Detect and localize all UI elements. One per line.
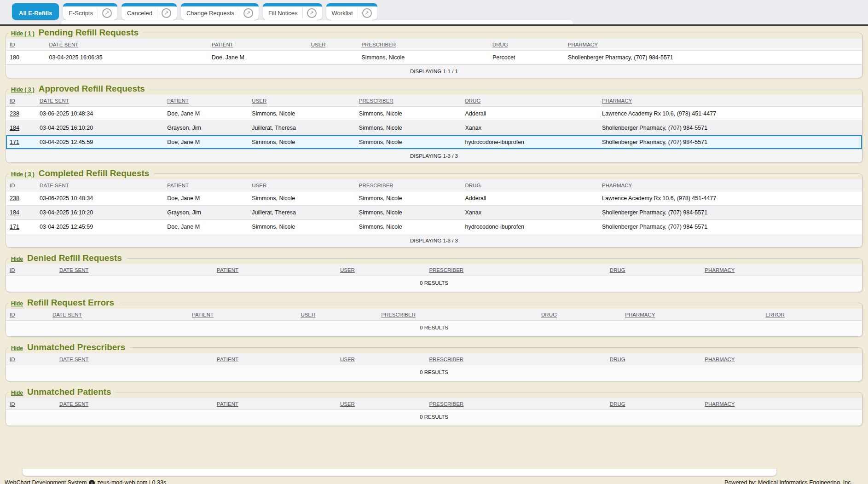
column-header-patient[interactable]: PATIENT [213, 398, 336, 409]
column-header-user[interactable]: USER [297, 309, 377, 320]
row-pharmacy: Lawrence Academy Rx 10.6, (978) 451-4477 [598, 191, 862, 205]
row-id-link[interactable]: 238 [6, 107, 36, 121]
column-header-id[interactable]: ID [6, 264, 56, 276]
column-header-user[interactable]: USER [307, 39, 358, 50]
column-header-pharmacy[interactable]: PHARMACY [701, 264, 862, 276]
external-link-icon[interactable]: ↗ [162, 8, 171, 18]
refill-row-238[interactable]: 238 03-06-2025 10:48:34 Doe, Jane M Simm… [6, 106, 862, 121]
hide-toggle-link[interactable]: Hide ( 1 ) [11, 30, 35, 37]
column-header-pharmacy[interactable]: PHARMACY [701, 398, 862, 409]
column-header-date-sent[interactable]: DATE SENT [36, 95, 163, 106]
row-user: Juillerat, Theresa [248, 121, 355, 135]
hide-toggle-link[interactable]: Hide ( 3 ) [11, 171, 35, 178]
row-drug: hydrocodone-ibuprofen [461, 135, 598, 149]
column-header-date-sent[interactable]: DATE SENT [36, 179, 163, 191]
column-header-id[interactable]: ID [6, 309, 49, 320]
external-link-icon[interactable]: ↗ [307, 8, 317, 18]
column-header-user[interactable]: USER [248, 95, 355, 106]
column-header-drug[interactable]: DRUG [606, 264, 701, 276]
column-header-prescriber[interactable]: PRESCRIBER [358, 39, 489, 50]
column-header-id[interactable]: ID [6, 398, 56, 409]
section-legend: Hide Refill Request Errors [8, 298, 119, 308]
tab-canceled[interactable]: Canceled ↗ [122, 3, 177, 20]
column-header-pharmacy[interactable]: PHARMACY [564, 39, 862, 50]
column-header-drug[interactable]: DRUG [538, 309, 621, 320]
external-link-icon[interactable]: ↗ [362, 8, 372, 18]
section-approved-refill-requests: Hide ( 3 ) Approved Refill Requests ID D… [6, 84, 862, 163]
column-header-error[interactable]: ERROR [762, 309, 862, 320]
column-header-drug[interactable]: DRUG [461, 179, 598, 191]
row-id-link[interactable]: 238 [6, 191, 36, 205]
column-header-prescriber[interactable]: PRESCRIBER [355, 95, 462, 106]
completed-table: ID DATE SENT PATIENT USER PRESCRIBER DRU… [6, 179, 862, 247]
column-header-drug[interactable]: DRUG [606, 353, 701, 365]
column-header-date-sent[interactable]: DATE SENT [46, 39, 208, 50]
hide-toggle-link[interactable]: Hide ( 3 ) [11, 86, 35, 93]
column-header-drug[interactable]: DRUG [461, 95, 598, 106]
column-header-user[interactable]: USER [248, 179, 355, 191]
refill-row-180[interactable]: 180 03-04-2025 16:06:35 Doe, Jane M Simm… [6, 50, 862, 64]
content-panel-top-edge [61, 20, 573, 24]
column-header-pharmacy[interactable]: PHARMACY [598, 95, 862, 106]
external-link-icon[interactable]: ↗ [102, 8, 112, 18]
row-id-link[interactable]: 184 [6, 121, 36, 135]
column-header-drug[interactable]: DRUG [606, 398, 701, 409]
refill-row-171-selected[interactable]: 171 03-04-2025 12:45:59 Doe, Jane M Simm… [6, 135, 862, 149]
tab-all-e-refills[interactable]: All E-Refills [12, 3, 59, 20]
column-header-id[interactable]: ID [6, 179, 36, 191]
column-header-id[interactable]: ID [6, 95, 36, 106]
info-icon[interactable]: i [89, 480, 95, 484]
refill-row-184[interactable]: 184 03-04-2025 16:10:20 Grayson, Jim Jui… [6, 121, 862, 135]
row-id-link[interactable]: 171 [6, 135, 36, 149]
column-header-prescriber[interactable]: PRESCRIBER [425, 398, 606, 409]
column-header-pharmacy[interactable]: PHARMACY [621, 309, 762, 320]
column-header-id[interactable]: ID [6, 353, 56, 365]
column-header-id[interactable]: ID [6, 39, 46, 50]
column-header-prescriber[interactable]: PRESCRIBER [425, 264, 606, 276]
column-header-pharmacy[interactable]: PHARMACY [701, 353, 862, 365]
column-header-user[interactable]: USER [336, 353, 425, 365]
column-header-patient[interactable]: PATIENT [163, 179, 248, 191]
column-header-user[interactable]: USER [336, 264, 425, 276]
column-header-patient[interactable]: PATIENT [213, 264, 336, 276]
powered-by-label[interactable]: Powered by: Medical Informatics Engineer… [724, 479, 852, 484]
column-header-patient[interactable]: PATIENT [163, 95, 248, 106]
refill-row-171[interactable]: 171 03-04-2025 12:45:59 Doe, Jane M Simm… [6, 219, 862, 234]
tab-divider: ↗ [98, 8, 112, 18]
table-header-row: ID DATE SENT PATIENT USER PRESCRIBER DRU… [6, 95, 862, 106]
row-prescriber: Simmons, Nicole [355, 135, 462, 149]
row-date-sent: 03-06-2025 10:48:34 [36, 191, 163, 205]
row-id-link[interactable]: 171 [6, 220, 36, 234]
column-header-date-sent[interactable]: DATE SENT [56, 398, 213, 409]
column-header-prescriber[interactable]: PRESCRIBER [425, 353, 606, 365]
refill-row-238[interactable]: 238 03-06-2025 10:48:34 Doe, Jane M Simm… [6, 191, 862, 205]
column-header-pharmacy[interactable]: PHARMACY [598, 179, 862, 191]
table-paging-status: DISPLAYING 1-3 / 3 [6, 234, 862, 247]
column-header-patient[interactable]: PATIENT [208, 39, 307, 50]
column-header-user[interactable]: USER [336, 398, 425, 409]
tab-label: Worklist [332, 10, 353, 17]
column-header-date-sent[interactable]: DATE SENT [56, 353, 213, 365]
column-header-patient[interactable]: PATIENT [188, 309, 297, 320]
column-header-drug[interactable]: DRUG [489, 39, 564, 50]
external-link-icon[interactable]: ↗ [243, 8, 253, 18]
table-header-row: ID DATE SENT PATIENT USER PRESCRIBER DRU… [6, 398, 862, 409]
row-date-sent: 03-06-2025 10:48:34 [36, 107, 163, 121]
row-id-link[interactable]: 184 [6, 206, 36, 219]
system-label[interactable]: WebChart Development System [5, 479, 87, 484]
tab-change-requests[interactable]: Change Requests ↗ [181, 3, 259, 20]
refill-row-184[interactable]: 184 03-04-2025 16:10:20 Grayson, Jim Jui… [6, 205, 862, 219]
column-header-date-sent[interactable]: DATE SENT [49, 309, 188, 320]
tab-fill-notices[interactable]: Fill Notices ↗ [263, 3, 322, 20]
tab-e-scripts[interactable]: E-Scripts ↗ [63, 3, 117, 20]
hide-toggle-link[interactable]: Hide [11, 345, 23, 351]
hide-toggle-link[interactable]: Hide [11, 300, 23, 307]
hide-toggle-link[interactable]: Hide [11, 256, 23, 262]
column-header-patient[interactable]: PATIENT [213, 353, 336, 365]
hide-toggle-link[interactable]: Hide [11, 390, 23, 396]
column-header-date-sent[interactable]: DATE SENT [56, 264, 213, 276]
tab-worklist[interactable]: Worklist ↗ [326, 3, 377, 20]
column-header-prescriber[interactable]: PRESCRIBER [355, 179, 462, 191]
column-header-prescriber[interactable]: PRESCRIBER [377, 309, 538, 320]
row-id-link[interactable]: 180 [6, 51, 46, 64]
